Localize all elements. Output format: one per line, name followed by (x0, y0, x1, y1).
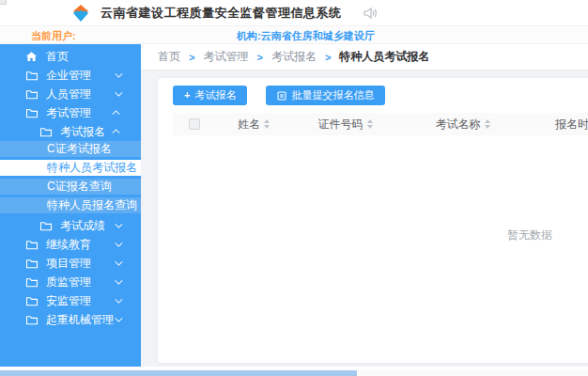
sidebar-item-label: 首页 (46, 49, 69, 65)
column-header-label: 报名时间 (555, 117, 588, 133)
column-header-label: 考试名称 (436, 117, 481, 133)
sort-icon[interactable] (264, 119, 270, 129)
folder-icon (39, 220, 53, 232)
sidebar-item-0[interactable]: 首页 (0, 47, 141, 66)
batch-submit-icon (277, 91, 286, 101)
sidebar-item-11[interactable]: 项目管理 (0, 254, 141, 273)
table-header-row: 姓名证件号码考试名称报名时间 (173, 113, 588, 135)
sidebar-item-8[interactable]: 特种人员报名查询 (0, 197, 141, 213)
column-header-3[interactable]: 报名时间 (526, 117, 588, 133)
select-all-checkbox[interactable] (189, 118, 200, 130)
sidebar-item-label: 起重机械管理 (46, 312, 114, 328)
chevron-down-icon (115, 88, 122, 96)
folder-icon (25, 107, 39, 119)
corner-artifact (0, 0, 7, 5)
batch-submit-label: 批量提交报名信息 (291, 88, 374, 102)
sidebar-item-13[interactable]: 安监管理 (0, 291, 141, 310)
exam-register-label: 考试报名 (194, 88, 236, 102)
current-user-label: 当前用户: (31, 29, 76, 43)
folder-icon (25, 295, 39, 307)
sort-icon[interactable] (485, 119, 490, 129)
sidebar-item-label: 人员管理 (46, 86, 91, 102)
sidebar-item-label: 质监管理 (46, 274, 91, 290)
plus-icon: + (184, 90, 190, 101)
select-all-cell (173, 118, 216, 130)
chevron-down-icon (115, 314, 122, 321)
app-window: 云南省建设工程质量安全监督管理信息系统 当前用户: 机构:云南省住房和城乡建设厅… (0, 0, 588, 376)
breadcrumb-item-2[interactable]: 考试报名 (271, 49, 317, 65)
batch-submit-button[interactable]: 批量提交报名信息 (266, 86, 385, 105)
org-label: 机构:云南省住房和城乡建设厅 (237, 29, 375, 43)
sidebar-item-4[interactable]: 考试报名 (0, 122, 141, 141)
sidebar-item-label: C证考试报名 (47, 141, 112, 157)
sidebar: 首页企业管理人员管理考试管理考试报名C证考试报名特种人员考试报名C证报名查询特种… (0, 44, 141, 367)
sidebar-item-label: 项目管理 (46, 256, 91, 272)
sidebar-item-10[interactable]: 继续教育 (0, 235, 141, 254)
sidebar-item-label: 考试管理 (46, 105, 91, 121)
chevron-down-icon (115, 258, 122, 265)
sort-icon[interactable] (367, 119, 373, 129)
chevron-down-icon (115, 220, 122, 227)
breadcrumb: 首页>考试管理>考试报名>特种人员考试报名 (141, 44, 588, 70)
sidebar-item-14[interactable]: 起重机械管理 (0, 310, 141, 329)
user-bar: 当前用户: 机构:云南省住房和城乡建设厅 (0, 26, 588, 44)
sidebar-item-3[interactable]: 考试管理 (0, 103, 141, 122)
folder-icon (25, 276, 39, 289)
sidebar-item-label: 特种人员报名查询 (47, 197, 137, 213)
folder-icon (25, 88, 39, 101)
breadcrumb-item-1[interactable]: 考试管理 (203, 49, 248, 65)
page-scrollbar-thumb[interactable] (0, 370, 357, 376)
empty-state: 暂无数据 (173, 227, 588, 243)
main-content: 首页>考试管理>考试报名>特种人员考试报名 + 考试报名 (141, 44, 588, 367)
chevron-down-icon (115, 70, 122, 77)
folder-icon (39, 126, 53, 138)
sidebar-item-2[interactable]: 人员管理 (0, 85, 141, 103)
breadcrumb-item-0[interactable]: 首页 (158, 49, 180, 65)
sidebar-item-label: C证报名查询 (47, 179, 112, 195)
chevron-up-icon (112, 110, 119, 118)
folder-icon (25, 258, 39, 270)
speaker-icon[interactable] (363, 7, 378, 20)
exam-register-button[interactable]: + 考试报名 (173, 86, 247, 105)
sidebar-item-7[interactable]: C证报名查询 (0, 179, 141, 195)
column-header-0[interactable]: 姓名 (216, 117, 291, 133)
column-header-label: 证件号码 (318, 117, 364, 133)
breadcrumb-item-3: 特种人员考试报名 (339, 49, 429, 65)
chevron-up-icon (112, 129, 119, 136)
chevron-down-icon (115, 276, 122, 284)
breadcrumb-separator: > (189, 52, 194, 63)
sidebar-item-label: 考试报名 (60, 124, 105, 140)
sidebar-item-6-active[interactable]: 特种人员考试报名 (0, 160, 141, 176)
sidebar-item-label: 企业管理 (46, 68, 91, 84)
app-logo-icon (70, 3, 92, 24)
toolbar: + 考试报名 批量提交报名信息 (173, 86, 588, 105)
chevron-down-icon (115, 295, 122, 303)
sidebar-item-label: 安监管理 (46, 293, 91, 309)
folder-icon (25, 314, 39, 326)
chevron-down-icon (115, 239, 122, 246)
sidebar-item-12[interactable]: 质监管理 (0, 273, 141, 291)
sidebar-item-label: 考试成绩 (60, 218, 105, 234)
folder-icon (25, 70, 39, 82)
sidebar-item-label: 特种人员考试报名 (47, 160, 137, 176)
sidebar-item-1[interactable]: 企业管理 (0, 66, 141, 85)
breadcrumb-separator: > (256, 52, 262, 63)
column-header-2[interactable]: 考试名称 (399, 117, 526, 133)
sidebar-item-9[interactable]: 考试成绩 (0, 216, 141, 235)
folder-icon (25, 239, 39, 251)
home-icon (25, 51, 39, 63)
app-header: 云南省建设工程质量安全监督管理信息系统 (0, 0, 588, 26)
sidebar-item-label: 继续教育 (46, 237, 91, 253)
breadcrumb-separator: > (325, 52, 331, 63)
column-header-1[interactable]: 证件号码 (291, 117, 399, 133)
content-card: + 考试报名 批量提交报名信息 (158, 78, 588, 363)
page-horizontal-scrollbar[interactable] (0, 369, 588, 376)
column-header-label: 姓名 (238, 117, 260, 133)
sidebar-item-5[interactable]: C证考试报名 (0, 141, 141, 157)
app-title: 云南省建设工程质量安全监督管理信息系统 (101, 5, 342, 22)
